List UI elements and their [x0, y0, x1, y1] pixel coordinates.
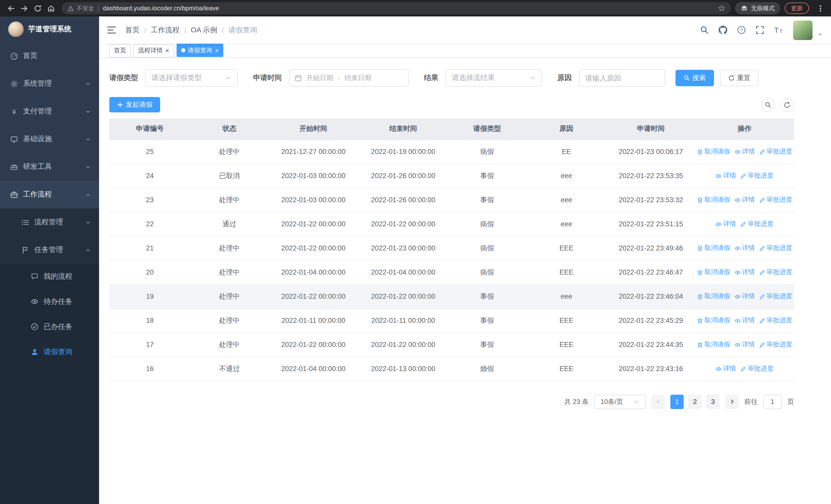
page-2-button[interactable]: 2	[688, 394, 701, 409]
prev-page-button[interactable]	[651, 394, 665, 409]
detail-link[interactable]: 详情	[734, 196, 755, 204]
result-select[interactable]: 请选择流结果	[446, 69, 542, 87]
toggle-search-button[interactable]	[761, 98, 775, 112]
url-text[interactable]: dashboard.yudao.iocoder.cn/bpm/oa/leave	[103, 5, 219, 12]
reason-input[interactable]	[579, 69, 665, 87]
row-actions: 取消请假详情审批进度	[696, 147, 793, 156]
tab-close-icon[interactable]: ×	[215, 47, 219, 54]
approval-progress-link[interactable]: 审批进度	[759, 196, 792, 204]
page-1-button[interactable]: 1	[670, 394, 684, 409]
end-date-placeholder[interactable]: 结束日期	[345, 73, 371, 83]
apply-time-range-picker[interactable]: 开始日期 - 结束日期	[289, 69, 408, 87]
browser-update-button[interactable]: 更新	[785, 3, 809, 14]
user-avatar[interactable]	[793, 20, 812, 40]
sidebar-item-done-tasks[interactable]: 已办任务	[0, 314, 99, 339]
cancel-leave-link[interactable]: 取消请假	[697, 244, 730, 253]
cancel-leave-link[interactable]: 取消请假	[697, 196, 730, 204]
detail-link-label: 详情	[723, 220, 736, 228]
detail-link[interactable]: 详情	[734, 147, 755, 156]
security-label[interactable]: 不安全	[77, 4, 94, 12]
approval-progress-link[interactable]: 审批进度	[759, 292, 792, 301]
home-button[interactable]	[44, 2, 57, 15]
approval-progress-link[interactable]: 审批进度	[740, 171, 774, 180]
approval-progress-link[interactable]: 审批进度	[759, 316, 792, 325]
sidebar-item-task-management[interactable]: 任务管理	[0, 236, 99, 264]
cell-leave-type: 病假	[448, 212, 526, 236]
cell-reason: EEE	[526, 260, 607, 284]
url-bar[interactable]: 不安全 dashboard.yudao.iocoder.cn/bpm/oa/le…	[62, 2, 731, 14]
detail-link[interactable]: 详情	[734, 316, 755, 325]
trash-icon	[697, 149, 703, 155]
approval-progress-link[interactable]: 审批进度	[759, 244, 792, 253]
detail-link[interactable]: 详情	[734, 340, 755, 349]
sidebar-item-payment-management[interactable]: ¥支付管理	[0, 97, 99, 125]
eye-icon	[734, 318, 740, 324]
reset-button[interactable]: 重置	[720, 70, 758, 86]
detail-link[interactable]: 详情	[734, 268, 755, 277]
cancel-leave-link[interactable]: 取消请假	[697, 340, 730, 349]
sidebar-item-process-management[interactable]: 流程管理	[0, 208, 99, 236]
goto-page-input[interactable]	[763, 394, 782, 409]
back-button[interactable]	[4, 2, 18, 15]
search-button[interactable]: 搜索	[676, 70, 714, 86]
page-size-select[interactable]: 10条/页	[594, 394, 646, 409]
svg-text:T: T	[774, 26, 778, 34]
cancel-leave-link[interactable]: 取消请假	[697, 268, 730, 277]
create-leave-button[interactable]: 发起请假	[109, 97, 160, 112]
question-button[interactable]: ?	[734, 22, 749, 38]
sidebar-item-todo-tasks[interactable]: 待办任务	[0, 289, 99, 314]
page-3-button[interactable]: 3	[706, 394, 720, 409]
cell-status: 处理中	[191, 140, 268, 164]
sidebar-item-workflow[interactable]: 工作流程	[0, 181, 99, 208]
start-date-placeholder[interactable]: 开始日期	[307, 73, 333, 83]
detail-link-label: 详情	[742, 244, 755, 253]
cancel-leave-link[interactable]: 取消请假	[697, 292, 730, 301]
reload-button[interactable]	[31, 2, 44, 15]
sidebar-item-home[interactable]: 首页	[0, 42, 99, 70]
approval-progress-link[interactable]: 审批进度	[759, 268, 792, 277]
leave-type-select[interactable]: 请选择请假类型	[145, 69, 238, 87]
forward-button[interactable]	[18, 2, 31, 15]
sidebar-item-system-management[interactable]: 系统管理	[0, 70, 99, 97]
search-button[interactable]	[696, 22, 712, 38]
detail-link[interactable]: 详情	[716, 220, 736, 228]
sidebar-menu: 首页系统管理¥支付管理基础设施研发工具工作流程流程管理任务管理我的流程待办任务已…	[0, 42, 99, 364]
fullscreen-button[interactable]	[752, 22, 767, 38]
breadcrumb-item[interactable]: OA 示例	[191, 25, 218, 35]
detail-link[interactable]: 详情	[716, 171, 736, 180]
breadcrumb-item[interactable]: 工作流程	[151, 25, 180, 35]
breadcrumb-item[interactable]: 首页	[125, 25, 140, 35]
eye-icon	[734, 149, 740, 155]
approval-progress-link[interactable]: 审批进度	[740, 364, 774, 373]
cancel-leave-link[interactable]: 取消请假	[697, 316, 730, 325]
cell-actions: 取消请假详情审批进度	[695, 140, 794, 164]
bookmark-star-icon[interactable]	[718, 5, 725, 12]
next-page-button[interactable]	[725, 394, 739, 409]
detail-link[interactable]: 详情	[734, 292, 755, 301]
sidebar-item-leave-query[interactable]: 请假查询	[0, 339, 99, 364]
tab-home[interactable]: 首页	[109, 44, 131, 58]
sidebar-item-label: 待办任务	[44, 297, 73, 306]
cancel-leave-link[interactable]: 取消请假	[697, 147, 730, 156]
yen-icon: ¥	[10, 108, 18, 115]
sidebar-item-my-processes[interactable]: 我的流程	[0, 264, 99, 289]
refresh-table-button[interactable]	[780, 98, 794, 112]
tab-leave-query[interactable]: 请假查询×	[176, 44, 223, 57]
tab-process-detail[interactable]: 流程详情×	[134, 44, 174, 58]
sidebar-item-dev-tools[interactable]: 研发工具	[0, 153, 99, 181]
approval-progress-link[interactable]: 审批进度	[740, 220, 774, 228]
detail-link[interactable]: 详情	[716, 364, 736, 373]
sidebar-item-infrastructure[interactable]: 基础设施	[0, 125, 99, 153]
cell-leave-type: 病假	[448, 236, 526, 260]
detail-link[interactable]: 详情	[734, 244, 755, 253]
github-link[interactable]	[715, 22, 730, 38]
font-size-button[interactable]: TT	[770, 22, 786, 38]
sidebar-toggle-icon[interactable]	[107, 26, 116, 34]
browser-menu-icon[interactable]	[813, 2, 827, 15]
user-icon	[31, 348, 38, 356]
approval-progress-link[interactable]: 审批进度	[759, 340, 792, 349]
approval-progress-link[interactable]: 审批进度	[759, 147, 792, 156]
toolbox-icon	[10, 163, 18, 171]
tab-close-icon[interactable]: ×	[165, 48, 169, 54]
sidebar-item-label: 我的流程	[44, 272, 73, 281]
